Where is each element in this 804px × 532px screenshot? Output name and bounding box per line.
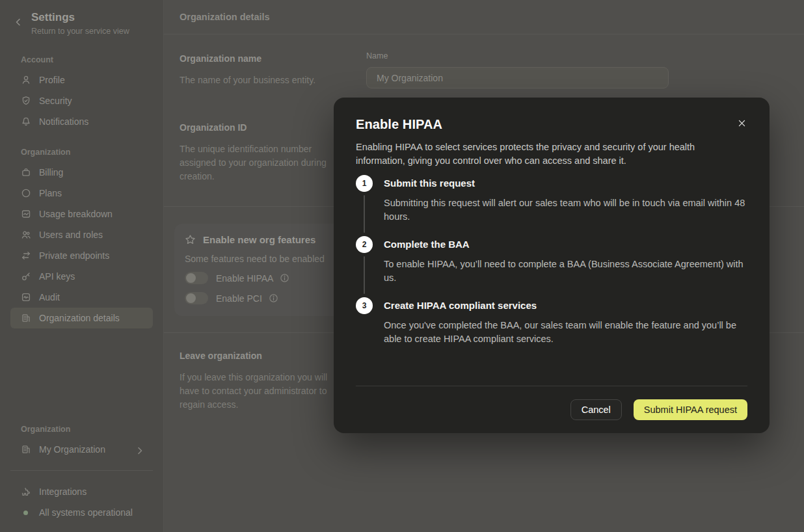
info-icon[interactable] [280,273,289,283]
toggle-knob [186,273,196,283]
sidebar-item-label: Billing [39,167,63,178]
circle-icon [21,188,31,198]
bell-icon [21,116,31,127]
sidebar-divider [10,470,153,471]
info-icon[interactable] [269,293,278,303]
org-name-title: Organization name [180,53,332,64]
building-icon [21,444,31,455]
toggle-knob [186,293,196,303]
sidebar-item-label: Security [39,96,72,106]
sidebar-item-label: Usage breakdown [39,209,113,219]
sidebar-item-users-and-roles[interactable]: Users and roles [10,224,153,245]
sidebar-item-usage-breakdown[interactable]: Usage breakdown [10,204,153,224]
step-title: Complete the BAA [384,236,747,253]
org-name-input[interactable] [366,67,669,88]
chevron-right-icon [135,446,145,454]
sidebar-item-audit[interactable]: Audit [10,287,153,308]
step-number-badge: 2 [356,236,373,253]
sidebar-item-label: Private endpoints [39,250,109,261]
step-connector [364,195,365,233]
modal-title: Enable HIPAA [356,117,747,132]
sidebar-item-private-endpoints[interactable]: Private endpoints [10,245,153,266]
step-title: Submit this request [384,175,747,192]
modal-description: Enabling HIPAA to select services protec… [356,140,723,168]
org-id-description: The unique identification number assigne… [180,142,342,183]
back-chevron-icon[interactable] [13,17,23,27]
system-status[interactable]: All systems operational [10,502,153,523]
step-2: 2 Complete the BAA To enable HIPAA, you’… [356,236,747,297]
pci-toggle[interactable] [185,292,208,304]
sidebar-item-label: Notifications [39,116,88,127]
modal-footer: Cancel Submit HIPAA request [356,386,747,433]
sidebar-item-label: Users and roles [39,230,103,240]
page-header: Organization details [164,0,804,34]
submit-hipaa-request-button[interactable]: Submit HIPAA request [634,399,747,420]
key-icon [21,271,31,282]
sidebar-item-label: Plans [39,188,62,198]
sidebar-item-plans[interactable]: Plans [10,183,153,204]
hipaa-toggle[interactable] [185,272,208,284]
leave-org-section: Leave organization If you leave this org… [180,351,343,412]
sidebar-title: Settings [31,10,153,25]
leave-org-title: Leave organization [180,351,343,361]
sidebar-item-billing[interactable]: Billing [10,162,153,183]
step-number-badge: 3 [356,297,373,314]
name-field-label: Name [366,51,669,60]
toggle-label: Enable PCI [216,293,262,304]
org-id-section: Organization ID The unique identificatio… [180,122,342,183]
cancel-button[interactable]: Cancel [570,399,622,420]
shield-icon [21,96,31,106]
bag-icon [21,167,31,178]
sidebar-item-integrations[interactable]: Integrations [10,481,153,502]
step-3: 3 Create HIPAA compliant services Once y… [356,297,747,358]
org-id-title: Organization ID [180,122,342,133]
step-description: Submitting this request will alert our s… [384,196,747,224]
sidebar-item-label: API keys [39,271,75,282]
step-number-badge: 1 [356,175,373,192]
step-description: To enable HIPAA, you’ll need to complete… [384,258,747,285]
sidebar-item-notifications[interactable]: Notifications [10,111,153,132]
sidebar-item-organization-details[interactable]: Organization details [10,308,153,328]
sidebar-item-api-keys[interactable]: API keys [10,266,153,287]
org-name-form: Name [366,51,669,88]
org-name-section: Organization name The name of your busin… [180,53,332,87]
sidebar-item-label: Profile [39,75,65,85]
puzzle-icon [21,486,31,497]
status-text: All systems operational [39,507,133,518]
status-dot-icon [23,511,28,515]
page-title: Organization details [180,12,270,22]
building-icon [21,313,31,323]
sidebar-item-label: Integrations [39,486,87,497]
sidebar-item-profile[interactable]: Profile [10,70,153,90]
sidebar-subtitle: Return to your service view [31,27,153,36]
card-title: Enable new org features [203,234,315,245]
leave-org-description: If you leave this organization you will … [180,371,343,412]
step-title: Create HIPAA compliant services [384,297,747,314]
step-connector [364,256,365,294]
audit-icon [21,292,31,302]
close-icon[interactable] [733,114,750,131]
sidebar-item-label: My Organization [39,444,105,455]
sidebar-item-my-organization[interactable]: My Organization [10,439,153,460]
step-description: Once you've completed the BAA, our sales… [384,319,747,346]
steps-list: 1 Submit this request Submitting this re… [356,175,747,358]
sidebar-footer: Organization My Organization Integration… [10,425,153,523]
section-label-account: Account [10,55,153,64]
star-icon [185,234,196,245]
section-label-organization: Organization [10,148,153,157]
toggle-label: Enable HIPAA [216,273,273,284]
sidebar-item-security[interactable]: Security [10,90,153,111]
chart-icon [21,209,31,219]
section-label-organization-footer: Organization [10,425,153,434]
sidebar-item-label: Audit [39,292,60,302]
step-1: 1 Submit this request Submitting this re… [356,175,747,236]
users-icon [21,230,31,240]
org-name-description: The name of your business entity. [180,73,332,87]
sidebar-item-label: Organization details [39,313,120,323]
user-icon [21,75,31,85]
settings-sidebar: Settings Return to your service view Acc… [0,0,164,532]
arrows-icon [21,250,31,261]
enable-hipaa-modal: Enable HIPAA Enabling HIPAA to select se… [334,98,770,433]
sidebar-header: Settings Return to your service view [10,10,153,36]
